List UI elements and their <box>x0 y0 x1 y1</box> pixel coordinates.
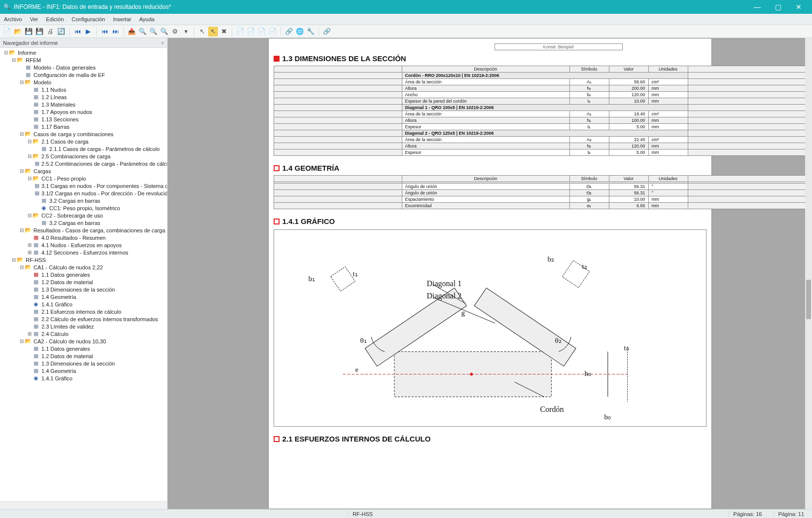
maximize-button[interactable]: ▢ <box>768 0 788 14</box>
tree-twisty-icon[interactable]: ⊟ <box>19 79 25 85</box>
save-icon[interactable]: 💾 <box>24 27 34 37</box>
export-icon[interactable]: 📤 <box>127 27 137 37</box>
tree-item[interactable]: ◉1.4.1 Gráfico <box>0 374 167 382</box>
tree-twisty-icon[interactable]: ⊟ <box>11 57 17 63</box>
tree-twisty-icon[interactable]: ⊟ <box>27 176 33 181</box>
print-icon[interactable]: 🖨 <box>45 27 55 37</box>
tree-item[interactable]: ▦1.3 Dimensiones de la sección <box>0 360 167 367</box>
tree-twisty-icon[interactable]: ⊞ <box>27 331 33 336</box>
doc2-icon[interactable]: 📄 <box>246 27 256 37</box>
menu-edicion[interactable]: Edición <box>42 14 68 25</box>
zoom-in-icon[interactable]: 🔍 <box>159 27 169 37</box>
tree-item[interactable]: ⊟📂2.1 Casos de carga <box>0 138 167 145</box>
menu-archivo[interactable]: Archivo <box>0 14 26 25</box>
nav-first-icon[interactable]: ⏮ <box>72 27 82 37</box>
tree-twisty-icon[interactable]: ⊟ <box>19 338 25 344</box>
breaklink-icon[interactable]: 🔗 <box>322 27 332 37</box>
tree-item[interactable]: ▦2.3 Límites de validez <box>0 323 167 330</box>
tree-item[interactable]: ◉CC1: Peso propio, Isométrico <box>0 204 167 212</box>
navigator-hscroll[interactable] <box>0 501 167 509</box>
tree-item[interactable]: ▦4.0 Resultados - Resumen <box>0 234 167 241</box>
tree-twisty-icon[interactable]: ⊟ <box>27 213 33 218</box>
tree-item[interactable]: ▦3.1 Cargas en nudos - Por componentes -… <box>0 182 167 189</box>
tree-item[interactable]: ▦1.2 Líneas <box>0 93 167 101</box>
tree-item[interactable]: ⊟📂Cargas <box>0 167 167 175</box>
select-icon[interactable]: ↖ <box>197 27 207 37</box>
highlight-icon[interactable]: ↖ <box>208 27 218 37</box>
doc1-icon[interactable]: 📄 <box>235 27 245 37</box>
tree-item[interactable]: ▦Modelo - Datos generales <box>0 64 167 71</box>
navigator-tree[interactable]: ⊟📂Informe⊟📂RFEM▦Modelo - Datos generales… <box>0 48 167 501</box>
link-icon[interactable]: 🔗 <box>284 27 294 37</box>
tree-twisty-icon[interactable]: ⊟ <box>27 153 33 159</box>
tree-item[interactable]: ▦1.2 Datos de material <box>0 278 167 286</box>
tree-item[interactable]: ▦1.7 Apoyos en nudos <box>0 108 167 115</box>
tree-twisty-icon[interactable]: ⊞ <box>27 250 33 255</box>
minimize-button[interactable]: — <box>747 0 768 14</box>
tree-item[interactable]: ▦1.4 Geometría <box>0 293 167 300</box>
menu-configuracion[interactable]: Configuración <box>68 14 109 25</box>
tree-item[interactable]: ▦1.17 Barras <box>0 123 167 130</box>
tree-twisty-icon[interactable]: ⊞ <box>27 242 33 248</box>
tree-item[interactable]: ⊟📂CA2 - Cálculo de nudos 10,30 <box>0 337 167 345</box>
tree-item[interactable]: ▦2.1.1 Casos de carga - Parámetros de cá… <box>0 145 167 152</box>
tree-item[interactable]: ⊟📂RFEM <box>0 56 167 64</box>
page-last-icon[interactable]: ⏭ <box>110 27 120 37</box>
tree-item[interactable]: ⊟📂RF-HSS <box>0 256 167 263</box>
tree-item[interactable]: ▦1.3 Dimensiones de la sección <box>0 286 167 293</box>
doc3-icon[interactable]: 📄 <box>257 27 267 37</box>
tree-twisty-icon[interactable]: ⊟ <box>19 227 25 233</box>
tree-item[interactable]: ▦1.1 Nudos <box>0 86 167 93</box>
tree-item[interactable]: ▦Configuración de malla de EF <box>0 71 167 78</box>
tree-twisty-icon[interactable]: ⊟ <box>27 139 33 144</box>
menu-ver[interactable]: Ver <box>26 14 42 25</box>
new-icon[interactable]: 📄 <box>2 27 12 37</box>
viewer-vscroll[interactable] <box>805 38 812 509</box>
tree-twisty-icon[interactable]: ⊟ <box>3 50 9 55</box>
misc-icon[interactable]: 🔧 <box>306 27 316 37</box>
tree-item[interactable]: ⊞▦4.12 Secciones - Esfuerzos internos <box>0 249 167 256</box>
tree-item[interactable]: ⊟📂Modelo <box>0 78 167 86</box>
saveas-icon[interactable]: 💾 <box>35 27 44 37</box>
nav-prev-icon[interactable]: ▶ <box>83 27 93 37</box>
close-button[interactable]: ✕ <box>788 0 809 14</box>
tree-item[interactable]: ⊟📂CC1 - Peso propio <box>0 175 167 182</box>
menu-ayuda[interactable]: Ayuda <box>135 14 158 25</box>
tree-item[interactable]: ▦3.2 Cargas en barras <box>0 219 167 226</box>
tree-item[interactable]: ⊟📂Informe <box>0 49 167 56</box>
tree-item[interactable]: ▦3.1/2 Cargas en nudos - Por dirección -… <box>0 189 167 197</box>
menu-insertar[interactable]: Insertar <box>109 14 135 25</box>
tree-item[interactable]: ▦1.1 Datos generales <box>0 271 167 278</box>
tree-item[interactable]: ⊟📂2.5 Combinaciones de carga <box>0 152 167 160</box>
tree-item[interactable]: ⊞▦4.1 Nudos - Esfuerzos en apoyos <box>0 241 167 249</box>
tree-twisty-icon[interactable]: ⊟ <box>19 131 25 137</box>
page-first-icon[interactable]: ⏮ <box>100 27 109 37</box>
tree-twisty-icon[interactable]: ⊟ <box>19 264 25 270</box>
tree-item[interactable]: ▦1.13 Secciones <box>0 115 167 123</box>
tree-item[interactable]: ▦3.2 Cargas en barras <box>0 197 167 204</box>
doc4-icon[interactable]: 📄 <box>268 27 278 37</box>
tree-item[interactable]: ▦1.1 Datos generales <box>0 345 167 352</box>
tree-item[interactable]: ⊟📂CA1 - Cálculo de nudos 2,22 <box>0 263 167 271</box>
tree-item[interactable]: ◉1.4.1 Gráfico <box>0 300 167 308</box>
open-icon[interactable]: 📂 <box>13 27 23 37</box>
tree-item[interactable]: ▦2.2 Cálculo de esfuerzos internos trans… <box>0 315 167 323</box>
remove-icon[interactable]: ✖ <box>219 27 229 37</box>
tree-twisty-icon[interactable]: ⊟ <box>19 168 25 174</box>
refresh-icon[interactable]: 🔄 <box>56 27 66 37</box>
document-viewer[interactable]: Konstr. Beispiel 1.3 DIMENSIONES DE LA S… <box>168 38 812 509</box>
tree-item[interactable]: ⊟📂Casos de carga y combinaciones <box>0 130 167 138</box>
tree-item[interactable]: ▦1.4 Geometría <box>0 367 167 374</box>
dropdown-icon[interactable]: ▾ <box>181 27 191 37</box>
zoom-fit-icon[interactable]: 🔍 <box>138 27 147 37</box>
tree-item[interactable]: ▦1.3 Materiales <box>0 101 167 108</box>
tree-item[interactable]: ⊟📂CC2 - Sobrecarga de uso <box>0 212 167 219</box>
tree-item[interactable]: ▦2.1 Esfuerzos internos de cálculo <box>0 308 167 315</box>
tree-item[interactable]: ▦1.2 Datos de material <box>0 352 167 360</box>
tree-item[interactable]: ⊟📂Resultados - Casos de carga, combinaci… <box>0 226 167 234</box>
tree-item[interactable]: ▦2.5.2 Combinaciones de carga - Parámetr… <box>0 160 167 167</box>
tree-item[interactable]: ⊞▦2.4 Cálculo <box>0 330 167 337</box>
tree-twisty-icon[interactable]: ⊟ <box>11 257 17 262</box>
gear-icon[interactable]: ⚙ <box>170 27 180 37</box>
navigator-close-icon[interactable]: × <box>161 40 164 46</box>
